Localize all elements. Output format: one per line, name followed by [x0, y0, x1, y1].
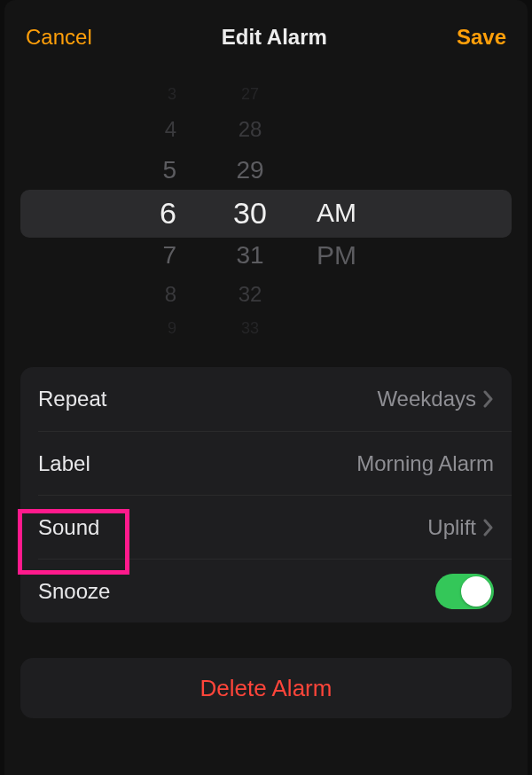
ampm-option-selected[interactable]: AM: [299, 192, 528, 234]
hour-option[interactable]: 5: [4, 149, 201, 192]
cancel-button[interactable]: Cancel: [26, 25, 92, 50]
minute-option[interactable]: 31: [201, 234, 299, 277]
label-value: Morning Alarm: [356, 451, 494, 476]
snooze-row: Snooze: [38, 559, 512, 622]
repeat-value: Weekdays: [377, 387, 476, 411]
repeat-label: Repeat: [38, 387, 106, 411]
sound-row[interactable]: Sound Uplift: [38, 495, 512, 559]
hour-option[interactable]: 7: [4, 234, 201, 277]
ampm-picker-column[interactable]: AM PM: [299, 74, 528, 349]
hour-option-selected[interactable]: 6: [4, 192, 201, 234]
save-button[interactable]: Save: [457, 25, 506, 50]
minute-option[interactable]: 33: [201, 307, 299, 349]
sound-label: Sound: [38, 515, 99, 540]
minute-option[interactable]: 28: [201, 108, 299, 151]
minute-option[interactable]: 29: [201, 149, 299, 192]
minute-option-selected[interactable]: 30: [201, 192, 299, 234]
sound-value: Uplift: [427, 515, 476, 540]
delete-alarm-label: Delete Alarm: [200, 675, 332, 702]
hour-picker-column[interactable]: 3 4 5 6 7 8 9: [4, 74, 201, 349]
page-title: Edit Alarm: [222, 25, 327, 50]
repeat-row[interactable]: Repeat Weekdays: [20, 367, 512, 431]
hour-option[interactable]: 9: [4, 307, 201, 349]
minute-picker-column[interactable]: 27 28 29 30 31 32 33: [201, 74, 299, 349]
alarm-settings-group: Repeat Weekdays Label Morning Alarm Soun…: [20, 367, 512, 622]
toggle-knob: [461, 576, 491, 607]
snooze-toggle[interactable]: [435, 574, 494, 609]
modal-header: Cancel Edit Alarm Save: [4, 0, 528, 66]
label-row[interactable]: Label Morning Alarm: [38, 431, 512, 495]
chevron-right-icon: [483, 519, 494, 536]
chevron-right-icon: [483, 390, 494, 408]
hour-option[interactable]: 4: [4, 108, 201, 151]
delete-alarm-button[interactable]: Delete Alarm: [20, 658, 512, 718]
ampm-option[interactable]: PM: [299, 234, 528, 277]
snooze-label: Snooze: [38, 579, 110, 604]
time-picker[interactable]: 3 4 5 6 7 8 9 27 28 29 30 31 32 33 AM PM: [4, 74, 528, 349]
label-label: Label: [38, 451, 90, 476]
